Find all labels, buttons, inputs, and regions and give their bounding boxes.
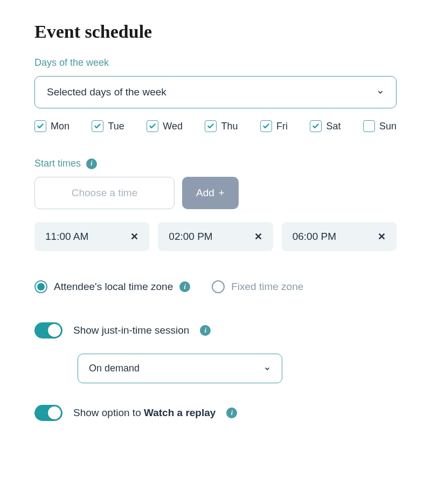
time-chip-label: 02:00 PM — [169, 231, 212, 243]
info-icon[interactable]: i — [179, 281, 190, 292]
day-label: Sat — [326, 121, 340, 132]
info-icon[interactable]: i — [86, 158, 97, 169]
checkbox-icon — [34, 120, 46, 132]
selected-times-row: 11:00 AM✕02:00 PM✕06:00 PM✕ — [34, 222, 397, 251]
day-label: Mon — [51, 121, 69, 132]
start-times-label: Start times i — [34, 158, 397, 169]
checkbox-icon — [205, 120, 217, 132]
close-icon[interactable]: ✕ — [378, 231, 386, 243]
replay-label: Show option to Watch a replay — [73, 407, 215, 419]
day-checkbox-tue[interactable]: Tue — [92, 120, 124, 132]
info-icon[interactable]: i — [200, 325, 211, 336]
chevron-down-icon — [263, 365, 271, 372]
close-icon[interactable]: ✕ — [254, 231, 262, 243]
checkbox-icon — [147, 120, 158, 132]
replay-toggle[interactable] — [34, 405, 62, 421]
checkbox-icon — [92, 120, 103, 132]
day-checkbox-wed[interactable]: Wed — [147, 120, 183, 132]
replay-toggle-row: Show option to Watch a replay i — [34, 405, 397, 421]
jit-mode-select[interactable]: On demand — [78, 354, 282, 383]
day-label: Wed — [163, 121, 183, 132]
add-time-button[interactable]: Add + — [182, 177, 239, 209]
jit-toggle[interactable] — [34, 322, 62, 339]
radio-icon — [34, 280, 47, 293]
time-chip-label: 11:00 AM — [45, 231, 88, 243]
time-chip: 06:00 PM✕ — [282, 222, 397, 251]
day-checkbox-thu[interactable]: Thu — [205, 120, 238, 132]
day-label: Tue — [108, 121, 124, 132]
plus-icon: + — [219, 187, 225, 199]
time-chip: 11:00 AM✕ — [34, 222, 149, 251]
day-checkbox-fri[interactable]: Fri — [260, 120, 288, 132]
timezone-radio-group: Attendee's local time zone i Fixed time … — [34, 280, 397, 293]
page-title: Event schedule — [34, 22, 397, 42]
close-icon[interactable]: ✕ — [130, 231, 138, 243]
days-checkbox-row: MonTueWedThuFriSatSun — [34, 120, 397, 132]
day-checkbox-mon[interactable]: Mon — [34, 120, 69, 132]
choose-time-input[interactable]: Choose a time — [34, 177, 175, 209]
local-timezone-radio[interactable]: Attendee's local time zone i — [34, 280, 190, 293]
jit-select-value: On demand — [89, 363, 140, 374]
fixed-timezone-radio[interactable]: Fixed time zone — [212, 280, 303, 293]
checkbox-icon — [260, 120, 272, 132]
days-select-value: Selected days of the week — [47, 86, 166, 98]
days-of-week-select[interactable]: Selected days of the week — [34, 76, 397, 108]
checkbox-icon — [363, 120, 375, 132]
jit-toggle-row: Show just-in-time session i — [34, 322, 397, 339]
time-chip: 02:00 PM✕ — [158, 222, 273, 251]
day-checkbox-sun[interactable]: Sun — [363, 120, 397, 132]
time-chip-label: 06:00 PM — [293, 231, 336, 243]
info-icon[interactable]: i — [226, 408, 237, 418]
day-label: Fri — [276, 121, 288, 132]
days-of-week-label: Days of the week — [34, 57, 397, 68]
chevron-down-icon — [377, 88, 384, 96]
jit-label: Show just-in-time session — [73, 325, 189, 336]
day-label: Sun — [379, 121, 397, 132]
radio-icon — [212, 280, 225, 293]
checkbox-icon — [310, 120, 322, 132]
day-checkbox-sat[interactable]: Sat — [310, 120, 340, 132]
day-label: Thu — [221, 121, 238, 132]
